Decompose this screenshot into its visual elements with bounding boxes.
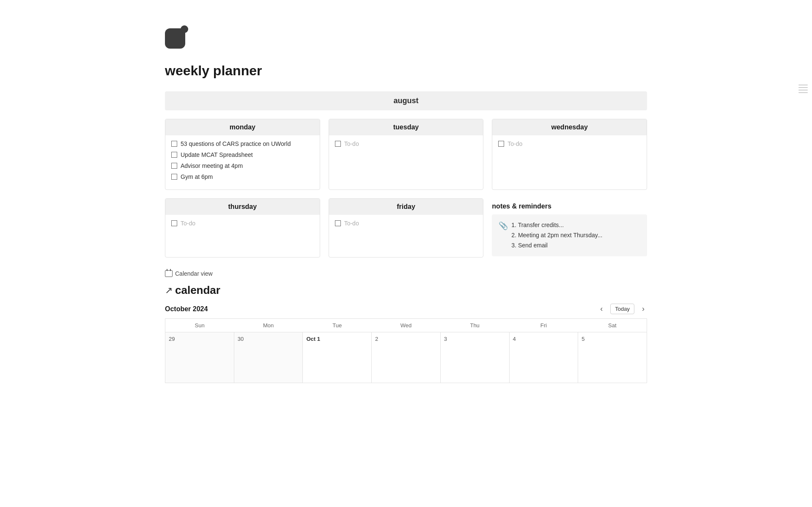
monday-header: monday: [165, 119, 320, 135]
date-number: 29: [169, 336, 230, 342]
calendar-cell[interactable]: 4: [509, 332, 578, 383]
calendar-icon: [165, 270, 173, 277]
scrollbar[interactable]: [798, 85, 808, 93]
weekday-mon: Mon: [234, 319, 303, 332]
weekday-thu: Thu: [440, 319, 509, 332]
weekday-wed: Wed: [372, 319, 441, 332]
note-item-1: 1. Transfer credits...: [511, 220, 602, 230]
paperclip-icon: 📎: [499, 221, 508, 230]
calendar-week-row: 29 30 Oct 1 2 3 4 5: [165, 332, 647, 383]
task-checkbox[interactable]: [171, 152, 177, 158]
logo: [165, 25, 647, 50]
weekday-sat: Sat: [578, 319, 647, 332]
task-checkbox[interactable]: [335, 141, 341, 147]
notes-list: 1. Transfer credits... 2. Meeting at 2pm…: [511, 220, 602, 250]
month-header: august: [165, 91, 647, 110]
task-item[interactable]: Update MCAT Spreadsheet: [171, 151, 314, 158]
task-checkbox[interactable]: [171, 163, 177, 169]
calendar-nav: October 2024 ‹ Today ›: [165, 304, 647, 314]
calendar-view-label: Calendar view: [175, 270, 213, 277]
date-number: 30: [238, 336, 299, 342]
task-item-placeholder[interactable]: To-do: [335, 220, 477, 227]
note-item-2: 2. Meeting at 2pm next Thursday...: [511, 230, 602, 241]
calendar-grid: Sun Mon Tue Wed Thu Fri Sat 29 30 Oct 1: [165, 318, 647, 383]
task-item[interactable]: Advisor meeting at 4pm: [171, 162, 314, 169]
tuesday-header: tuesday: [329, 119, 483, 135]
task-checkbox[interactable]: [498, 141, 504, 147]
scrollbar-line: [798, 92, 808, 93]
task-item-placeholder[interactable]: To-do: [498, 140, 641, 147]
calendar-title-text: calendar: [175, 284, 220, 297]
note-item-3: 3. Send email: [511, 241, 602, 251]
weekday-sun: Sun: [165, 319, 234, 332]
calendar-cell[interactable]: 29: [165, 332, 234, 383]
task-item-placeholder[interactable]: To-do: [335, 140, 477, 147]
thursday-header: thursday: [165, 199, 320, 215]
weekday-fri: Fri: [509, 319, 578, 332]
task-checkbox[interactable]: [335, 220, 341, 226]
task-item[interactable]: 53 questions of CARS practice on UWorld: [171, 140, 314, 147]
task-checkbox[interactable]: [171, 220, 177, 226]
calendar-cell[interactable]: 30: [234, 332, 303, 383]
task-checkbox[interactable]: [171, 141, 177, 147]
today-button[interactable]: Today: [610, 304, 634, 314]
notes-block: notes & reminders 📎 1. Transfer credits.…: [492, 198, 647, 258]
notes-header: notes & reminders: [492, 198, 647, 210]
next-month-button[interactable]: ›: [639, 304, 647, 314]
task-item-placeholder[interactable]: To-do: [171, 220, 314, 227]
task-checkbox[interactable]: [171, 174, 177, 180]
scrollbar-line: [798, 90, 808, 90]
calendar-nav-buttons: ‹ Today ›: [598, 304, 647, 314]
page-title: weekly planner: [165, 63, 647, 79]
wednesday-block: wednesday To-do: [492, 119, 647, 190]
calendar-section-title: ↗ calendar: [165, 284, 647, 297]
calendar-cell[interactable]: 3: [440, 332, 509, 383]
calendar-cell[interactable]: 5: [578, 332, 647, 383]
calendar-cell[interactable]: 2: [372, 332, 441, 383]
friday-block: friday To-do: [329, 198, 484, 258]
scrollbar-line: [798, 87, 808, 88]
thursday-block: thursday To-do: [165, 198, 320, 258]
date-number: 5: [582, 336, 643, 342]
calendar-view-link[interactable]: Calendar view: [165, 270, 647, 277]
date-number-oct1: Oct 1: [306, 336, 368, 342]
calendar-cell[interactable]: Oct 1: [303, 332, 372, 383]
task-item[interactable]: Gym at 6pm: [171, 173, 314, 180]
scrollbar-line: [798, 85, 808, 85]
date-number: 3: [444, 336, 506, 342]
prev-month-button[interactable]: ‹: [598, 304, 605, 314]
notes-content: 📎 1. Transfer credits... 2. Meeting at 2…: [492, 214, 647, 256]
monday-block: monday 53 questions of CARS practice on …: [165, 119, 320, 190]
tuesday-block: tuesday To-do: [329, 119, 484, 190]
weekday-tue: Tue: [303, 319, 372, 332]
calendar-month-label: October 2024: [165, 305, 208, 313]
wednesday-header: wednesday: [492, 119, 647, 135]
date-number: 4: [513, 336, 575, 342]
friday-header: friday: [329, 199, 483, 215]
date-number: 2: [375, 336, 437, 342]
arrow-icon: ↗: [165, 285, 173, 296]
